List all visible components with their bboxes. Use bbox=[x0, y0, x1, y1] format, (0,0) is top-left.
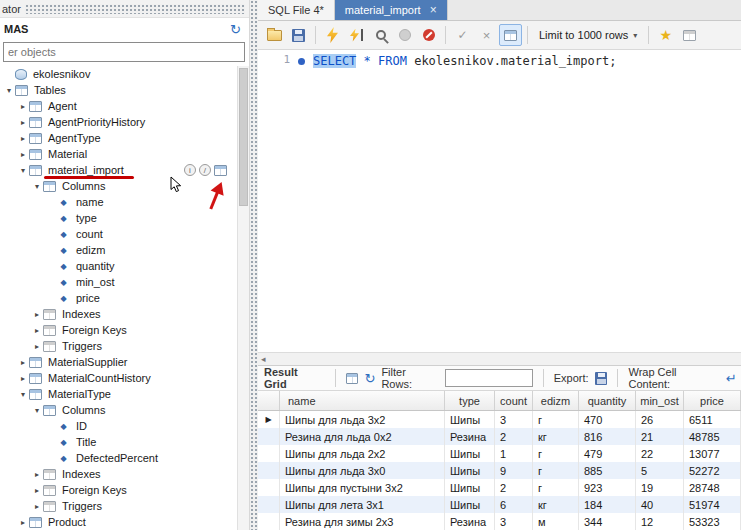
cell[interactable]: 19 bbox=[636, 479, 684, 496]
tree-expand-icon[interactable]: ▸ bbox=[17, 134, 29, 143]
tree-item-columns[interactable]: ▾Columns bbox=[0, 402, 236, 418]
execute-button[interactable] bbox=[321, 24, 344, 46]
row-selector[interactable] bbox=[258, 513, 280, 530]
limit-rows-dropdown[interactable]: Limit to 1000 rows ▾ bbox=[533, 27, 643, 43]
cell[interactable]: 816 bbox=[579, 428, 636, 445]
tree-item-columns[interactable]: ▾Columns bbox=[0, 178, 236, 194]
tree-item-count[interactable]: ◆count bbox=[0, 226, 236, 242]
cell[interactable]: 52272 bbox=[684, 462, 741, 479]
row-selector[interactable] bbox=[258, 445, 280, 462]
tree-expand-icon[interactable]: ▸ bbox=[17, 118, 29, 127]
cell[interactable]: 344 bbox=[579, 513, 636, 530]
tree-item-title[interactable]: ◆Title bbox=[0, 434, 236, 450]
table-row[interactable]: Шипы для льда 3x0Шипы9г885552272 bbox=[258, 462, 741, 479]
scrollbar-thumb[interactable] bbox=[239, 68, 248, 206]
tree-expand-icon[interactable]: ▸ bbox=[31, 326, 43, 335]
column-header-price[interactable]: price bbox=[684, 391, 741, 410]
tree-expand-icon[interactable]: ▸ bbox=[17, 518, 29, 527]
filter-rows-input[interactable] bbox=[445, 369, 533, 387]
tree-item-quantity[interactable]: ◆quantity bbox=[0, 258, 236, 274]
cell[interactable]: 53323 bbox=[684, 513, 741, 530]
column-header-quantity[interactable]: quantity bbox=[579, 391, 636, 410]
export-icon[interactable] bbox=[595, 372, 608, 385]
tree-expand-icon[interactable]: ▾ bbox=[31, 406, 43, 415]
toggle-stop-on-error-button[interactable] bbox=[417, 24, 440, 46]
cell[interactable]: Резина bbox=[445, 428, 495, 445]
tree-expand-icon[interactable]: ▾ bbox=[31, 182, 43, 191]
cell[interactable]: Шипы bbox=[445, 496, 495, 513]
cell[interactable]: 26 bbox=[636, 411, 684, 428]
column-header-name[interactable]: name bbox=[280, 391, 445, 410]
cell[interactable]: 3 bbox=[495, 411, 533, 428]
cell[interactable]: Резина bbox=[445, 513, 495, 530]
cell[interactable]: Шипы для льда 3x0 bbox=[280, 462, 445, 479]
table-row[interactable]: ▶Шипы для льда 3x2Шипы3г470266511 bbox=[258, 411, 741, 428]
beautify-button[interactable] bbox=[678, 24, 701, 46]
cell[interactable]: 5 bbox=[636, 462, 684, 479]
table-info-icon[interactable]: i bbox=[184, 164, 196, 176]
cell[interactable]: 13077 bbox=[684, 445, 741, 462]
cell[interactable]: 12 bbox=[636, 513, 684, 530]
editor-hscrollbar[interactable]: ◂ bbox=[258, 352, 741, 365]
tree-item-min-ost[interactable]: ◆min_ost bbox=[0, 274, 236, 290]
cell[interactable]: Шипы bbox=[445, 462, 495, 479]
tree-expand-icon[interactable]: ▾ bbox=[17, 166, 29, 175]
cell[interactable]: 9 bbox=[495, 462, 533, 479]
cell[interactable]: 51974 bbox=[684, 496, 741, 513]
column-header-edizm[interactable]: edizm bbox=[533, 391, 579, 410]
cell[interactable]: г bbox=[533, 445, 579, 462]
toggle-autocommit-button[interactable] bbox=[499, 24, 522, 46]
refresh-schemas-icon[interactable]: ↻ bbox=[230, 23, 241, 36]
filter-objects-input[interactable] bbox=[3, 42, 245, 62]
table-row[interactable]: Шипы для пустыни 3x2Шипы2г9231928748 bbox=[258, 479, 741, 496]
tree-item-edizm[interactable]: ◆edizm bbox=[0, 242, 236, 258]
cell[interactable]: Шипы для льда 2x2 bbox=[280, 445, 445, 462]
code-area[interactable]: SELECT * FROM ekolesnikov.material_impor… bbox=[292, 50, 741, 352]
tree-item-tables[interactable]: ▾Tables bbox=[0, 82, 236, 98]
tree-item-agenttype[interactable]: ▸AgentType bbox=[0, 130, 236, 146]
cell[interactable]: 48785 bbox=[684, 428, 741, 445]
cell[interactable]: г bbox=[533, 411, 579, 428]
tree-item-material[interactable]: ▸Material bbox=[0, 146, 236, 162]
tab-sql-file[interactable]: SQL File 4* bbox=[258, 0, 335, 20]
cell[interactable]: 28748 bbox=[684, 479, 741, 496]
tree-expand-icon[interactable]: ▸ bbox=[17, 150, 29, 159]
tree-item-triggers[interactable]: ▸Triggers bbox=[0, 338, 236, 354]
tree-item-price[interactable]: ◆price bbox=[0, 290, 236, 306]
table-row[interactable]: Резина для зимы 2x3Резина3м3441253323 bbox=[258, 513, 741, 530]
tree-item-foreign-keys[interactable]: ▸Foreign Keys bbox=[0, 322, 236, 338]
result-grid-icon[interactable] bbox=[346, 373, 359, 384]
explain-button[interactable] bbox=[369, 24, 392, 46]
tree-expand-icon[interactable]: ▸ bbox=[17, 374, 29, 383]
cell[interactable]: 40 bbox=[636, 496, 684, 513]
cell[interactable]: кг bbox=[533, 496, 579, 513]
tree-expand-icon[interactable]: ▾ bbox=[3, 86, 15, 95]
close-icon[interactable]: × bbox=[430, 4, 437, 16]
cell[interactable]: 22 bbox=[636, 445, 684, 462]
cell[interactable]: 885 bbox=[579, 462, 636, 479]
navigator-scrollbar[interactable] bbox=[237, 66, 249, 530]
refresh-grid-icon[interactable]: ↻ bbox=[364, 372, 375, 385]
cell[interactable]: Шипы bbox=[445, 479, 495, 496]
selector-column-header[interactable] bbox=[258, 391, 280, 410]
tree-item-materialcounthistory[interactable]: ▸MaterialCountHistory bbox=[0, 370, 236, 386]
table-data-icon[interactable] bbox=[214, 165, 227, 176]
table-row[interactable]: Шипы для лета 3x1Шипы6кг1844051974 bbox=[258, 496, 741, 513]
tree-expand-icon[interactable]: ▸ bbox=[17, 102, 29, 111]
tree-item-materialtype[interactable]: ▾MaterialType bbox=[0, 386, 236, 402]
row-selector[interactable] bbox=[258, 462, 280, 479]
sql-editor[interactable]: 1 SELECT * FROM ekolesnikov.material_imp… bbox=[258, 50, 741, 352]
tree-item-agent[interactable]: ▸Agent bbox=[0, 98, 236, 114]
cell[interactable]: м bbox=[533, 513, 579, 530]
cell[interactable]: Шипы bbox=[445, 411, 495, 428]
tree-expand-icon[interactable]: ▸ bbox=[17, 358, 29, 367]
column-header-type[interactable]: type bbox=[445, 391, 495, 410]
wrap-cell-content-icon[interactable]: ↵ bbox=[726, 372, 737, 385]
cell[interactable]: 184 bbox=[579, 496, 636, 513]
commit-button[interactable]: ✓ bbox=[451, 24, 474, 46]
tree-item-defectedpercent[interactable]: ◆DefectedPercent bbox=[0, 450, 236, 466]
table-settings-icon[interactable]: / bbox=[199, 164, 211, 176]
cell[interactable]: 479 bbox=[579, 445, 636, 462]
tree-item-agentpriorityhistory[interactable]: ▸AgentPriorityHistory bbox=[0, 114, 236, 130]
tree-item-id[interactable]: ◆ID bbox=[0, 418, 236, 434]
